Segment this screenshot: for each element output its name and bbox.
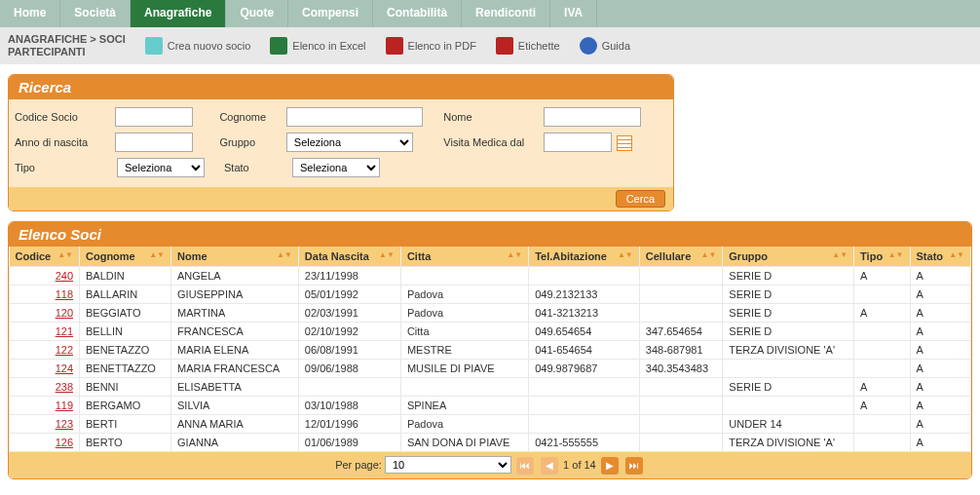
sort-desc-icon[interactable]: ▼ [387, 250, 395, 259]
action-help[interactable]: Guida [580, 37, 630, 55]
table-row: 123BERTIANNA MARIA12/01/1996PadovaUNDER … [10, 415, 971, 434]
table-row: 119BERGAMOSILVIA03/10/1988SPINEAAA [10, 397, 971, 415]
input-cognome[interactable] [286, 107, 423, 127]
input-codice[interactable] [115, 107, 193, 127]
member-code-link[interactable]: 240 [56, 270, 73, 282]
column-header[interactable]: Nome ▲▼ [171, 247, 299, 267]
sort-desc-icon[interactable]: ▼ [840, 250, 848, 259]
table-row: 240BALDINANGELA23/11/1998SERIE DAA [10, 267, 971, 286]
sort-desc-icon[interactable]: ▼ [896, 250, 904, 259]
table-row: 122BENETAZZOMARIA ELENA06/08/1991MESTRE0… [10, 341, 971, 360]
help-icon [580, 37, 597, 55]
member-code-link[interactable]: 120 [56, 307, 73, 319]
sort-desc-icon[interactable]: ▼ [708, 250, 716, 259]
column-header[interactable]: Codice ▲▼ [10, 247, 80, 267]
table-row: 120BEGGIATOMARTINA02/03/1991Padova041-32… [10, 304, 971, 323]
search-panel-title: Ricerca [9, 75, 673, 99]
nav-tab-rendiconti[interactable]: Rendiconti [462, 0, 550, 27]
member-code-link[interactable]: 122 [56, 344, 73, 356]
nav-tab-società[interactable]: Società [60, 0, 131, 27]
sort-asc-icon[interactable]: ▲ [949, 250, 957, 259]
table-row: 124BENETTAZZOMARIA FRANCESCA09/06/1988MU… [10, 360, 971, 378]
member-code-link[interactable]: 118 [56, 288, 73, 300]
pdf-icon [386, 37, 403, 55]
select-stato[interactable]: Seleziona [292, 158, 380, 177]
sort-desc-icon[interactable]: ▼ [514, 250, 522, 259]
sort-asc-icon[interactable]: ▲ [277, 250, 284, 259]
nav-tab-contabilità[interactable]: Contabilità [373, 0, 462, 27]
nav-tab-iva[interactable]: IVA [550, 0, 597, 27]
nav-tab-anagrafiche[interactable]: Anagrafiche [131, 0, 226, 27]
sort-desc-icon[interactable]: ▼ [957, 250, 964, 259]
sort-desc-icon[interactable]: ▼ [284, 250, 292, 259]
search-button[interactable]: Cerca [616, 190, 665, 208]
label-visita: Visita Medica dal [443, 136, 544, 148]
member-code-link[interactable]: 123 [56, 418, 73, 430]
nav-tab-home[interactable]: Home [0, 0, 60, 27]
sort-asc-icon[interactable]: ▲ [832, 250, 840, 259]
label-cognome: Cognome [219, 111, 285, 123]
sort-asc-icon[interactable]: ▲ [379, 250, 387, 259]
column-header[interactable]: Cellulare ▲▼ [639, 247, 723, 267]
breadcrumb: ANAGRAFICHE > SOCI PARTECIPANTI [8, 33, 126, 58]
input-visita[interactable] [544, 133, 612, 152]
per-page-select[interactable]: 10 [385, 456, 511, 474]
sort-asc-icon[interactable]: ▲ [888, 250, 896, 259]
new-icon [145, 37, 163, 55]
column-header[interactable]: Data Nascita ▲▼ [298, 247, 400, 267]
column-header[interactable]: Citta ▲▼ [400, 247, 528, 267]
action-export-excel[interactable]: Elenco in Excel [270, 37, 365, 55]
label-anno: Anno di nascita [15, 136, 115, 148]
input-anno[interactable] [115, 133, 193, 152]
breadcrumb-line1: ANAGRAFICHE > SOCI [8, 33, 126, 46]
excel-icon [270, 37, 287, 55]
pager-prev-button[interactable]: ◀ [541, 457, 558, 475]
sort-asc-icon[interactable]: ▲ [57, 250, 65, 259]
member-code-link[interactable]: 121 [56, 325, 73, 337]
sort-asc-icon[interactable]: ▲ [149, 250, 157, 259]
table-pager: Per page: 10 ⏮ ◀ 1 of 14 ▶ ⏭ [9, 452, 971, 478]
column-header[interactable]: Tipo ▲▼ [854, 247, 910, 267]
per-page-label: Per page: [335, 459, 382, 471]
table-row: 118BALLARINGIUSEPPINA05/01/1992Padova049… [10, 286, 971, 304]
action-labels[interactable]: Etichette [496, 37, 560, 55]
table-row: 126BERTOGIANNA01/06/1989SAN DONA DI PIAV… [10, 434, 971, 452]
label-codice: Codice Socio [15, 111, 115, 123]
sort-desc-icon[interactable]: ▼ [625, 250, 633, 259]
search-panel: Ricerca Codice Socio Cognome Nome Anno d… [8, 74, 674, 211]
pager-next-button[interactable]: ▶ [601, 457, 619, 475]
member-code-link[interactable]: 124 [56, 362, 73, 374]
label-stato: Stato [224, 162, 292, 173]
input-nome[interactable] [544, 107, 641, 127]
column-header[interactable]: Cognome ▲▼ [80, 247, 171, 267]
sort-desc-icon[interactable]: ▼ [65, 250, 73, 259]
column-header[interactable]: Gruppo ▲▼ [723, 247, 854, 267]
nav-tab-compensi[interactable]: Compensi [288, 0, 373, 27]
sort-desc-icon[interactable]: ▼ [157, 250, 165, 259]
action-new-member[interactable]: Crea nuovo socio [145, 37, 251, 55]
label-gruppo: Gruppo [219, 136, 285, 148]
sub-toolbar: ANAGRAFICHE > SOCI PARTECIPANTI Crea nuo… [0, 27, 980, 64]
nav-tab-quote[interactable]: Quote [226, 0, 288, 27]
table-row: 121BELLINFRANCESCA02/10/1992Citta049.654… [10, 323, 971, 341]
pager-last-button[interactable]: ⏭ [625, 457, 643, 475]
select-gruppo[interactable]: Seleziona [286, 133, 413, 152]
members-table: Codice ▲▼Cognome ▲▼Nome ▲▼Data Nascita ▲… [9, 247, 971, 452]
label-tipo: Tipo [15, 162, 117, 173]
member-code-link[interactable]: 126 [56, 437, 73, 448]
member-code-link[interactable]: 238 [56, 381, 73, 393]
top-navigation: HomeSocietàAnagraficheQuoteCompensiConta… [0, 0, 980, 27]
labels-icon [496, 37, 513, 55]
column-header[interactable]: Tel.Abitazione ▲▼ [529, 247, 640, 267]
breadcrumb-line2: PARTECIPANTI [8, 46, 126, 58]
list-panel: Elenco Soci Codice ▲▼Cognome ▲▼Nome ▲▼Da… [8, 221, 972, 479]
select-tipo[interactable]: Seleziona [117, 158, 205, 177]
action-export-pdf[interactable]: Elenco in PDF [386, 37, 476, 55]
member-code-link[interactable]: 119 [56, 400, 73, 411]
label-nome: Nome [443, 111, 544, 123]
column-header[interactable]: Stato ▲▼ [910, 247, 970, 267]
pager-first-button[interactable]: ⏮ [516, 457, 534, 475]
calendar-icon[interactable] [617, 135, 632, 151]
list-panel-title: Elenco Soci [9, 222, 971, 247]
sort-asc-icon[interactable]: ▲ [618, 250, 625, 259]
